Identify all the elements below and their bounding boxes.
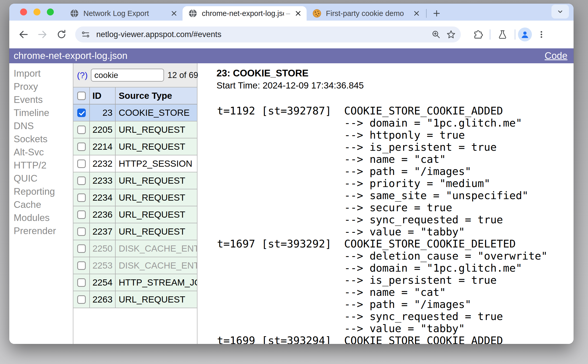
row-checkbox[interactable] <box>77 193 86 202</box>
row-checkbox-checked[interactable] <box>77 109 86 117</box>
tab-close-icon[interactable] <box>294 9 302 18</box>
tab-chrome-net-export-log[interactable]: chrome-net-export-log.json – <box>183 6 307 21</box>
events-table-header: ID Source Type <box>73 87 197 104</box>
table-row[interactable]: 2233URL_REQUEST <box>73 172 197 189</box>
row-checkbox-cell <box>73 274 90 291</box>
sidebar-item-import[interactable]: Import <box>14 67 73 80</box>
tab-title: Network Log Export <box>83 9 166 18</box>
address-bar[interactable]: netlog-viewer.appspot.com/#events <box>75 26 461 42</box>
row-source-type: URL_REQUEST <box>116 121 197 138</box>
sidebar-item-cache[interactable]: Cache <box>14 198 73 211</box>
url-text[interactable]: netlog-viewer.appspot.com/#events <box>96 30 427 39</box>
row-checkbox[interactable] <box>77 176 86 185</box>
sidebar-item-modules[interactable]: Modules <box>14 211 73 224</box>
minimize-window-button[interactable] <box>33 8 40 15</box>
kebab-menu-icon[interactable] <box>534 28 548 41</box>
row-source-type: DISK_CACHE_ENTRY <box>116 257 197 274</box>
event-detail-title: 23: COOKIE_STORE <box>217 68 574 79</box>
code-link[interactable]: Code <box>545 50 567 61</box>
row-checkbox-cell <box>73 206 90 223</box>
site-settings-icon[interactable] <box>81 30 91 39</box>
profile-avatar-icon[interactable] <box>518 28 532 41</box>
sidebar-item-sockets[interactable]: Sockets <box>14 132 73 146</box>
table-row[interactable]: 2263URL_REQUEST <box>73 291 197 308</box>
row-checkbox[interactable] <box>77 227 86 236</box>
tab-title-suffix: – <box>286 9 290 18</box>
row-checkbox-cell <box>73 104 90 121</box>
nav-sidebar: ImportProxyEventsTimelineDNSSocketsAlt-S… <box>9 63 73 344</box>
row-checkbox-cell <box>73 223 90 240</box>
forward-button[interactable] <box>35 27 50 42</box>
labs-flask-icon[interactable] <box>496 28 509 41</box>
id-column-header: ID <box>90 87 116 104</box>
row-checkbox[interactable] <box>77 210 86 219</box>
row-source-type: URL_REQUEST <box>116 291 197 308</box>
row-checkbox[interactable] <box>77 159 86 168</box>
tab-network-log-export[interactable]: Network Log Export <box>64 6 183 21</box>
reload-button[interactable] <box>54 27 69 42</box>
row-checkbox[interactable] <box>77 261 86 270</box>
event-detail-panel: 23: COOKIE_STORE Start Time: 2024-12-09 … <box>197 63 574 344</box>
globe-icon <box>70 9 79 18</box>
toolbar-separator <box>515 29 515 40</box>
row-checkbox[interactable] <box>77 126 86 134</box>
row-id: 2237 <box>90 223 116 240</box>
toolbar-separator <box>490 29 490 40</box>
sidebar-item-http-2[interactable]: HTTP/2 <box>14 159 73 172</box>
tab-close-icon[interactable] <box>412 9 421 18</box>
table-row[interactable]: 2237URL_REQUEST <box>73 223 197 240</box>
close-window-button[interactable] <box>20 8 27 15</box>
back-button[interactable] <box>16 27 31 42</box>
row-checkbox-cell <box>73 240 90 257</box>
bookmark-star-icon[interactable] <box>445 28 457 41</box>
row-id: 2254 <box>90 274 116 291</box>
row-source-type: COOKIE_STORE <box>116 104 197 121</box>
new-tab-button[interactable] <box>429 6 444 21</box>
row-checkbox[interactable] <box>77 278 86 287</box>
row-checkbox-cell <box>73 291 90 308</box>
maximize-window-button[interactable] <box>47 8 54 15</box>
zoom-in-icon[interactable] <box>430 28 442 41</box>
table-row[interactable]: 2254HTTP_STREAM_JOB <box>73 274 197 291</box>
sidebar-item-events[interactable]: Events <box>14 93 73 106</box>
toolbar-actions <box>468 28 551 41</box>
sidebar-item-dns[interactable]: DNS <box>14 119 73 132</box>
extensions-puzzle-icon[interactable] <box>471 28 485 41</box>
table-row[interactable]: 2236URL_REQUEST <box>73 206 197 223</box>
table-row[interactable]: 2232HTTP2_SESSION <box>73 155 197 172</box>
filter-input[interactable] <box>91 69 164 82</box>
tab-close-icon[interactable] <box>170 9 178 18</box>
row-id: 2232 <box>90 155 116 172</box>
row-id: 2205 <box>90 121 116 138</box>
filter-help-link[interactable]: (?) <box>77 70 88 80</box>
sidebar-item-quic[interactable]: QUIC <box>14 172 73 185</box>
sidebar-item-prerender[interactable]: Prerender <box>14 224 73 237</box>
row-checkbox[interactable] <box>77 295 86 304</box>
row-checkbox-cell <box>73 138 90 155</box>
table-row[interactable]: 2234URL_REQUEST <box>73 189 197 206</box>
row-checkbox-cell <box>73 121 90 138</box>
row-checkbox[interactable] <box>77 143 86 151</box>
tab-first-party-cookie-demo[interactable]: First-party cookie demo <box>307 6 425 21</box>
row-checkbox[interactable] <box>77 244 86 253</box>
netlog-content: ImportProxyEventsTimelineDNSSocketsAlt-S… <box>9 63 574 344</box>
row-id: 2250 <box>90 240 116 257</box>
row-id: 2233 <box>90 172 116 189</box>
tab-search-chevron-button[interactable] <box>551 5 569 19</box>
sidebar-item-reporting[interactable]: Reporting <box>14 185 73 198</box>
sidebar-item-alt-svc[interactable]: Alt-Svc <box>14 146 73 159</box>
netlog-header-bar: chrome-net-export-log.json Code <box>9 48 574 63</box>
table-row[interactable]: 23COOKIE_STORE <box>73 104 197 121</box>
table-row[interactable]: 2214URL_REQUEST <box>73 138 197 155</box>
table-row[interactable]: 2253DISK_CACHE_ENTRY <box>73 257 197 274</box>
select-all-checkbox[interactable] <box>77 92 86 100</box>
cookie-icon <box>312 9 322 18</box>
sidebar-item-timeline[interactable]: Timeline <box>14 106 73 119</box>
table-row[interactable]: 2205URL_REQUEST <box>73 121 197 138</box>
table-row[interactable]: 2250DISK_CACHE_ENTRY <box>73 240 197 257</box>
row-checkbox-cell <box>73 172 90 189</box>
window-controls <box>9 8 64 21</box>
sidebar-item-proxy[interactable]: Proxy <box>14 80 73 93</box>
events-table-empty-area <box>73 308 197 344</box>
row-source-type: DISK_CACHE_ENTRY <box>116 240 197 257</box>
